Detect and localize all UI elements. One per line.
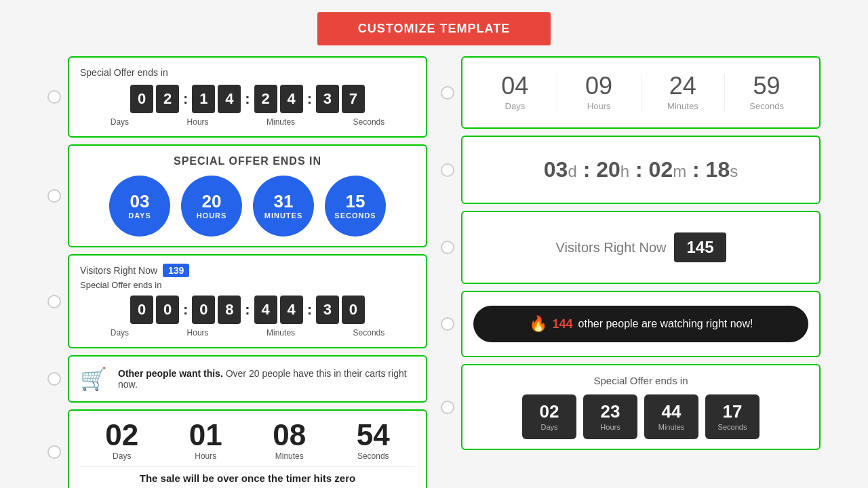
dark-tile-hours: 23 Hours [583,394,637,439]
fire-widget-inner: 🔥 144 other people are watching right no… [473,306,808,342]
dark-tile-seconds-label: Seconds [711,423,754,431]
circle-seconds-label: SECONDS [334,211,376,220]
w3-label-minutes: Minutes [267,328,295,338]
inline-sep-2: : [635,157,649,182]
simple-minutes: 24 Minutes [642,74,726,111]
circle-seconds: 15 SECONDS [325,176,386,237]
right-widget-dark-tiles: Special Offer ends in 02 Days 23 Hours 4… [461,364,821,450]
inline-sep-1: : [583,157,597,182]
widget2-title: SPECIAL OFFER ENDS IN [80,155,415,167]
widget3-labels: Days Hours Minutes Seconds [80,328,415,338]
radio-2[interactable] [47,189,61,203]
big-num-minutes-val: 08 [273,420,306,450]
dark-tile-hours-label: Hours [589,423,632,431]
w3-tile-s1: 3 [316,296,339,324]
circle-hours-label: HOURS [197,211,227,220]
fire-icon: 🔥 [529,315,547,333]
inline-m-letter: m [673,162,686,180]
w3-colon-1: : [182,301,189,319]
flip-label-hours: Hours [187,117,209,127]
widget-row-2: SPECIAL OFFER ENDS IN 03 DAYS 20 HOURS 3… [47,144,427,247]
w3-label-days: Days [111,328,129,338]
widget-big-nums: 02 Days 01 Hours 08 Minutes 54 Seconds [68,409,427,488]
flip-tile-h2: 4 [218,85,241,113]
big-nums-row: 02 Days 01 Hours 08 Minutes 54 Seconds [80,420,415,461]
radio-4[interactable] [47,372,61,386]
radio-3[interactable] [47,295,61,308]
flip-label-minutes: Minutes [267,117,295,127]
dark-tile-hours-num: 23 [589,403,632,420]
simple-days: 04 Days [473,74,557,111]
right-radio-3[interactable] [441,241,454,254]
flip-tile-h1: 1 [192,85,215,113]
right-radio-5[interactable] [441,401,454,414]
right-radio-2[interactable] [441,163,454,177]
circle-hours: 20 HOURS [181,176,242,237]
big-num-hours: 01 Hours [189,420,222,461]
cart-icon: 🛒 [80,366,107,392]
widget-visitors-flip: Visitors Right Now 139 Special Offer end… [68,254,427,348]
big-num-minutes: 08 Minutes [273,420,306,461]
simple-seconds-label: Seconds [725,101,808,111]
radio-1[interactable] [47,90,61,104]
simple-seconds: 59 Seconds [725,74,808,111]
flip-tile-m1: 2 [254,85,277,113]
circle-minutes-label: MINUTES [264,211,303,220]
big-num-hours-val: 01 [189,420,222,450]
inline-timer: 03d : 20h : 02m : 18s [473,146,808,193]
w3-tile-s2: 0 [342,296,365,324]
widget3-visitors-label: Visitors Right Now 139 [80,265,415,276]
circle-days: 03 DAYS [109,176,170,237]
circle-seconds-num: 15 [346,192,366,210]
flip-tile-d2: 2 [156,85,179,113]
circles-row: 03 DAYS 20 HOURS 31 MINUTES 15 SECONDS [80,176,415,237]
flip-tiles-row: 0 2 : 1 4 : 2 4 : 3 7 [80,85,415,113]
widget-row-5: 02 Days 01 Hours 08 Minutes 54 Seconds [47,409,427,488]
right-widget-row-1: 04 Days 09 Hours 24 Minutes 59 Seconds [441,56,821,129]
inline-s-letter: s [730,162,738,180]
simple-days-label: Days [473,101,557,111]
widget3-flip-tiles: 0 0 : 0 8 : 4 4 : 3 0 [80,296,415,324]
right-widget-row-2: 03d : 20h : 02m : 18s [441,136,821,204]
customize-button[interactable]: CUSTOMIZE TEMPLATE [317,12,551,45]
inline-minutes: 02 [649,157,673,182]
flip-tile-s1: 3 [316,85,339,113]
widget-row-3: Visitors Right Now 139 Special Offer end… [47,254,427,348]
right-radio-4[interactable] [441,317,454,331]
widget-cart: 🛒 Other people want this. Over 20 people… [68,355,427,403]
w3-tile-d1: 0 [130,296,153,324]
simple-hours-num: 09 [557,74,641,98]
right-radio-1[interactable] [441,86,454,100]
dark-tile-days-num: 02 [528,403,571,420]
inline-days: 03 [544,157,568,182]
circle-minutes: 31 MINUTES [253,176,314,237]
big-num-days-val: 02 [105,420,138,450]
big-nums-footer: The sale will be over once the timer hit… [80,466,415,484]
simple-hours-label: Hours [557,101,641,111]
circle-hours-num: 20 [202,192,222,210]
big-num-days-label: Days [105,451,138,461]
flip-colon-2: : [243,90,251,108]
widget-flip-tiles: Special Offer ends in 0 2 : 1 4 : 2 4 : … [68,56,427,138]
w3-colon-2: : [243,301,251,319]
visitors-label: Visitors Right Now [80,265,157,276]
radio-5[interactable] [47,445,61,459]
visitors-dark-row: Visitors Right Now 145 [473,222,808,273]
visitors-badge: 139 [163,264,189,277]
w3-label-hours: Hours [187,328,209,338]
w3-tile-d2: 0 [156,296,179,324]
circle-minutes-num: 31 [274,192,294,210]
flip-label-days: Days [111,117,129,127]
right-widget-row-5: Special Offer ends in 02 Days 23 Hours 4… [441,364,821,450]
circle-days-label: DAYS [128,211,151,220]
flip-tile-m2: 4 [280,85,303,113]
w3-tile-h1: 0 [192,296,215,324]
widget-row-1: Special Offer ends in 0 2 : 1 4 : 2 4 : … [47,56,427,138]
flip-labels: Days Hours Minutes Seconds [80,117,415,127]
w3-tile-m2: 4 [280,296,303,324]
dark-tile-seconds-num: 17 [711,403,754,420]
fire-text: other people are watching right now! [578,318,753,330]
big-num-seconds: 54 Seconds [357,420,390,461]
dark-tile-minutes-label: Minutes [650,423,693,431]
simple-minutes-label: Minutes [642,101,725,111]
